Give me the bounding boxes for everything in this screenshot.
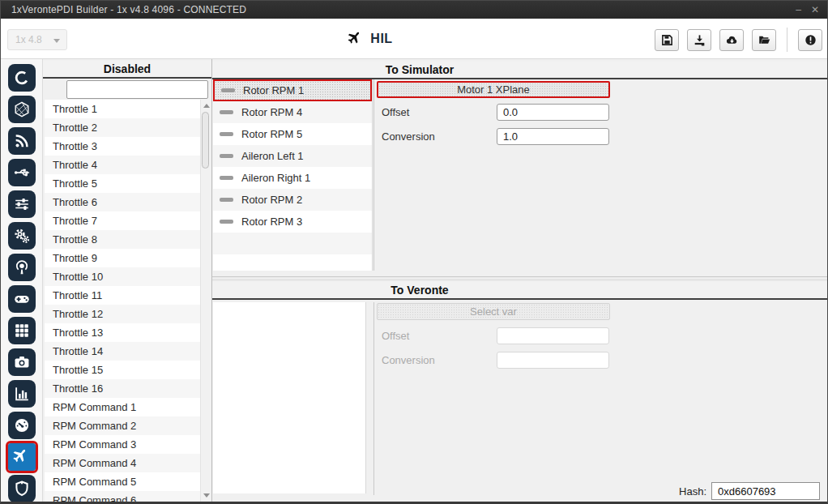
sidebar-item-usb[interactable] [8, 159, 36, 186]
veronte-conversion-input[interactable] [497, 352, 609, 369]
simulator-variable-row[interactable]: Rotor RPM 5 [213, 123, 372, 145]
disabled-variable-label: Throttle 6 [53, 196, 97, 208]
disabled-variable-label: RPM Command 6 [53, 494, 136, 502]
disabled-variable-label: Throttle 1 [53, 103, 97, 115]
sidebar-item-grid[interactable] [8, 317, 36, 344]
sidebar-item-hil-plane[interactable] [8, 443, 36, 471]
to-simulator-title: To Simulator [212, 62, 627, 78]
drag-handle-icon [220, 220, 233, 224]
disabled-variable-row[interactable]: Throttle 4 [45, 156, 211, 174]
sidebar-item-gamepad[interactable] [8, 285, 36, 313]
simulator-conversion-input[interactable] [497, 128, 609, 145]
disabled-variable-label: Throttle 12 [53, 308, 103, 320]
search-input[interactable] [66, 80, 208, 99]
veronte-conversion-label: Conversion [382, 354, 435, 366]
disabled-variable-row[interactable]: RPM Command 3 [45, 435, 211, 454]
simulator-variable-row[interactable]: Aileron Right 1 [213, 167, 372, 189]
simulator-variable-label: Rotor RPM 5 [241, 128, 302, 140]
disabled-variable-row[interactable]: Throttle 7 [45, 211, 211, 230]
disabled-variable-row[interactable]: Throttle 3 [45, 137, 211, 156]
disabled-variable-row[interactable]: Throttle 14 [45, 342, 211, 361]
simulator-offset-input[interactable] [497, 104, 609, 121]
hil-plane-icon [348, 31, 364, 47]
open-folder-button[interactable] [752, 29, 776, 51]
disabled-variable-row[interactable]: Throttle 11 [45, 286, 211, 305]
sidebar-item-rss[interactable] [8, 127, 36, 155]
cloud-download-button[interactable] [719, 29, 744, 51]
simulator-variable-row[interactable]: Rotor RPM 1 [213, 79, 372, 101]
simulator-variable-row[interactable]: Rotor RPM 4 [213, 101, 372, 123]
disabled-variable-row[interactable]: RPM Command 6 [45, 491, 211, 502]
disabled-panel-title: Disabled [43, 61, 211, 79]
disabled-variable-label: Throttle 2 [53, 122, 97, 134]
sidebar-item-shield[interactable] [8, 475, 36, 502]
drag-handle-icon [220, 176, 233, 180]
disabled-variable-row[interactable]: Throttle 15 [45, 361, 211, 379]
simulator-variable-label: Rotor RPM 1 [243, 84, 304, 96]
disabled-variable-label: RPM Command 4 [53, 457, 136, 469]
simulator-target-variable-button[interactable]: Motor 1 XPlane [377, 81, 610, 98]
sidebar-item-veronte-logo[interactable] [8, 64, 36, 92]
simulator-variable-row[interactable]: Rotor RPM 3 [213, 211, 372, 233]
disabled-variable-row[interactable]: Throttle 1 [45, 100, 211, 118]
minimize-button[interactable]: – [796, 5, 801, 15]
save-button[interactable] [655, 29, 679, 51]
sidebar-item-sliders[interactable] [8, 190, 36, 218]
disabled-variable-row[interactable]: RPM Command 1 [45, 398, 211, 416]
simulator-variable-label: Aileron Right 1 [241, 172, 310, 184]
disabled-variable-row[interactable]: Throttle 10 [45, 267, 211, 286]
panel-divider [373, 302, 374, 495]
sidebar-item-gauge[interactable] [8, 412, 36, 439]
app-window: 1xVerontePDI Builder - 1x v4.8 4096 - CO… [0, 0, 828, 504]
scrollbar[interactable] [200, 100, 211, 502]
usb-icon [13, 164, 31, 182]
veronte-select-var-button[interactable]: Select var [377, 303, 610, 320]
disabled-variable-row[interactable]: RPM Command 5 [45, 472, 211, 491]
window-title: 1xVerontePDI Builder - 1x v4.8 4096 - CO… [1, 4, 246, 15]
disabled-variable-label: RPM Command 3 [53, 438, 136, 451]
drag-handle-icon [220, 198, 233, 202]
disabled-variable-row[interactable]: Throttle 13 [45, 323, 211, 342]
disabled-variable-row[interactable]: Throttle 6 [45, 193, 211, 211]
sidebar-item-camera[interactable] [8, 348, 36, 376]
close-button[interactable]: ✕ [811, 5, 819, 15]
sidebar-item-mesh-hexagon[interactable] [8, 96, 36, 123]
disabled-variable-row[interactable]: Throttle 2 [45, 118, 211, 137]
mesh-hexagon-icon [13, 100, 31, 118]
sidebar-item-podcast[interactable] [8, 254, 36, 281]
sliders-icon [13, 195, 31, 213]
simulator-variable-row[interactable]: Rotor RPM 2 [213, 189, 372, 211]
info-icon [805, 34, 817, 46]
scrollbar-thumb[interactable] [202, 112, 209, 169]
simulator-variable-label: Rotor RPM 2 [241, 194, 302, 206]
simulator-variables-list: Rotor RPM 1 Rotor RPM 4 Rotor RPM 5 Aile… [213, 79, 373, 271]
disabled-variable-row[interactable]: Throttle 9 [45, 249, 211, 267]
camera-icon [13, 353, 31, 371]
import-button[interactable] [687, 29, 711, 51]
veronte-logo-icon [13, 69, 31, 87]
chevron-down-icon [53, 39, 60, 43]
gauge-icon [13, 416, 31, 434]
disabled-variable-row[interactable]: RPM Command 2 [45, 416, 211, 435]
sidebar-item-gears[interactable] [8, 222, 36, 250]
disabled-variable-row[interactable]: Throttle 5 [45, 174, 211, 193]
hash-input[interactable] [711, 482, 820, 500]
disabled-variable-label: Throttle 14 [53, 345, 103, 357]
info-button[interactable] [798, 29, 822, 51]
version-selector-dropdown[interactable]: 1x 4.8 [7, 29, 67, 50]
disabled-variable-row[interactable]: Throttle 8 [45, 230, 211, 249]
disabled-variable-label: Throttle 3 [53, 140, 97, 152]
simulator-variable-row[interactable]: Aileron Left 1 [213, 145, 372, 167]
disabled-variable-row[interactable]: RPM Command 4 [45, 454, 211, 472]
to-veronte-header: To Veronte [212, 282, 827, 300]
sidebar-item-bar-chart[interactable] [8, 380, 36, 408]
disabled-variable-row[interactable]: Throttle 16 [45, 379, 211, 398]
disabled-variable-row[interactable]: Throttle 12 [45, 305, 211, 323]
to-veronte-title: To Veronte [212, 282, 627, 298]
drag-handle-icon [220, 110, 233, 114]
scroll-up-icon[interactable] [203, 104, 210, 108]
veronte-offset-input[interactable] [497, 327, 609, 344]
veronte-offset-label: Offset [382, 330, 409, 342]
rss-icon [13, 132, 31, 150]
scroll-down-icon[interactable] [203, 493, 210, 498]
